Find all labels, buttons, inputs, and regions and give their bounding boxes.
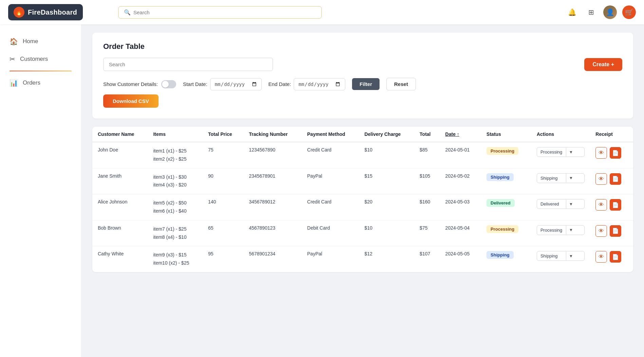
view-button-1[interactable]: 👁 [595, 173, 607, 185]
sidebar-item-orders[interactable]: 📊 Orders [0, 74, 81, 92]
toggle-knob [162, 81, 169, 88]
cell-receipt-0: 👁 📄 [590, 142, 633, 168]
cell-total-3: $75 [414, 220, 440, 246]
pdf-button-2[interactable]: 📄 [610, 199, 621, 211]
status-badge-2: Delivered [486, 199, 515, 207]
end-date-input[interactable] [294, 78, 345, 90]
header: 🔥 FireDashboard 🔍 🔔 ⊞ 👤 🛒 [0, 0, 644, 24]
col-receipt: Receipt [590, 127, 633, 142]
chart-icon: 📊 [10, 79, 18, 87]
logo-text: FireDashboard [28, 8, 77, 16]
filter-button[interactable]: Filter [352, 78, 380, 90]
cell-receipt-3: 👁 📄 [590, 220, 633, 246]
cell-customer-3: Bob Brown [92, 220, 148, 246]
action-select-2[interactable]: ProcessingShippingDelivered [537, 199, 566, 209]
action-select-0[interactable]: ProcessingShippingDelivered [537, 147, 566, 157]
col-customer-name: Customer Name [92, 127, 148, 142]
sidebar-item-customers[interactable]: ✂ Customers [0, 50, 81, 68]
cell-total-2: $160 [414, 194, 440, 220]
col-date[interactable]: Date ↑ [440, 127, 481, 142]
table-row: John Doe item1 (x1) - $25item2 (x2) - $2… [92, 142, 633, 168]
action-select-wrap-4: ProcessingShippingDelivered ▼ [537, 251, 585, 261]
cell-payment-2: Credit Card [302, 194, 359, 220]
view-button-0[interactable]: 👁 [595, 147, 607, 159]
view-button-3[interactable]: 👁 [595, 225, 607, 237]
col-tracking: Tracking Number [243, 127, 302, 142]
receipt-actions-2: 👁 📄 [595, 199, 628, 211]
cell-total-price-2: 140 [203, 194, 243, 220]
cell-delivery-1: $15 [359, 168, 415, 194]
grid-menu-button[interactable]: ⊞ [584, 5, 598, 19]
download-csv-button[interactable]: Download CSV [103, 94, 159, 108]
cell-payment-0: Credit Card [302, 142, 359, 168]
filter-row: Show Customer Details: Start Date: End D… [103, 78, 622, 90]
table-row: Alice Johnson item5 (x2) - $50item6 (x1)… [92, 194, 633, 220]
cell-delivery-2: $20 [359, 194, 415, 220]
sidebar: 🏠 Home ✂ Customers 📊 Orders [0, 24, 81, 357]
cell-tracking-4: 5678901234 [243, 246, 302, 272]
pdf-button-0[interactable]: 📄 [610, 147, 621, 159]
sidebar-item-label: Customers [20, 56, 48, 63]
status-badge-1: Shipping [486, 173, 514, 181]
cell-actions-2: ProcessingShippingDelivered ▼ [531, 194, 590, 220]
cell-actions-1: ProcessingShippingDelivered ▼ [531, 168, 590, 194]
chevron-down-icon: ▼ [566, 200, 576, 209]
action-select-1[interactable]: ProcessingShippingDelivered [537, 174, 566, 183]
view-button-4[interactable]: 👁 [595, 251, 607, 263]
cell-delivery-0: $10 [359, 142, 415, 168]
notification-bell-button[interactable]: 🔔 [565, 5, 579, 19]
search-wrap: 🔍 [118, 6, 322, 19]
action-select-3[interactable]: ProcessingShippingDelivered [537, 226, 566, 235]
pdf-button-3[interactable]: 📄 [610, 225, 621, 237]
cell-items-0: item1 (x1) - $25item2 (x2) - $25 [148, 142, 203, 168]
action-select-wrap-0: ProcessingShippingDelivered ▼ [537, 147, 585, 157]
search-input[interactable] [133, 10, 316, 15]
col-payment: Payment Method [302, 127, 359, 142]
status-badge-0: Processing [486, 147, 518, 155]
cell-items-4: item9 (x3) - $15item10 (x2) - $25 [148, 246, 203, 272]
cell-tracking-1: 2345678901 [243, 168, 302, 194]
show-customer-wrap: Show Customer Details: [103, 80, 176, 88]
view-button-2[interactable]: 👁 [595, 199, 607, 211]
avatar-button[interactable]: 👤 [603, 5, 617, 19]
pdf-button-1[interactable]: 📄 [610, 173, 621, 185]
cell-receipt-1: 👁 📄 [590, 168, 633, 194]
customer-details-toggle[interactable] [161, 80, 176, 88]
action-select-4[interactable]: ProcessingShippingDelivered [537, 251, 566, 261]
chevron-down-icon: ▼ [566, 252, 576, 261]
chevron-down-icon: ▼ [566, 148, 576, 157]
cell-items-1: item3 (x1) - $30item4 (x3) - $20 [148, 168, 203, 194]
start-date-input[interactable] [210, 78, 262, 90]
cell-date-4: 2024-05-05 [440, 246, 481, 272]
cell-delivery-3: $10 [359, 220, 415, 246]
cell-customer-2: Alice Johnson [92, 194, 148, 220]
reset-button[interactable]: Reset [386, 78, 416, 90]
order-search-input[interactable] [103, 58, 273, 71]
logo-icon: 🔥 [14, 7, 24, 18]
pdf-button-4[interactable]: 📄 [610, 251, 621, 263]
start-date-label: Start Date: [183, 81, 207, 87]
col-items: Items [148, 127, 203, 142]
logo: 🔥 FireDashboard [8, 4, 83, 20]
avatar: 👤 [603, 5, 617, 19]
receipt-actions-3: 👁 📄 [595, 225, 628, 237]
chevron-down-icon: ▼ [566, 226, 576, 234]
chevron-down-icon: ▼ [566, 174, 576, 182]
create-button[interactable]: Create + [584, 58, 622, 71]
action-select-wrap-1: ProcessingShippingDelivered ▼ [537, 173, 585, 183]
col-status: Status [481, 127, 531, 142]
start-date-group: Start Date: [183, 78, 262, 90]
cell-date-0: 2024-05-01 [440, 142, 481, 168]
status-badge-3: Processing [486, 225, 518, 233]
order-panel: Order Table Create + Show Customer Detai… [92, 33, 633, 119]
cell-total-price-0: 75 [203, 142, 243, 168]
cell-actions-0: ProcessingShippingDelivered ▼ [531, 142, 590, 168]
end-date-label: End Date: [269, 81, 291, 87]
cell-total-4: $107 [414, 246, 440, 272]
sidebar-item-home[interactable]: 🏠 Home [0, 33, 81, 50]
cell-actions-4: ProcessingShippingDelivered ▼ [531, 246, 590, 272]
show-customer-label: Show Customer Details: [103, 81, 158, 87]
action-select-wrap-3: ProcessingShippingDelivered ▼ [537, 225, 585, 235]
cart-button[interactable]: 🛒 [622, 5, 636, 19]
app-body: 🏠 Home ✂ Customers 📊 Orders Order Table … [0, 24, 644, 280]
